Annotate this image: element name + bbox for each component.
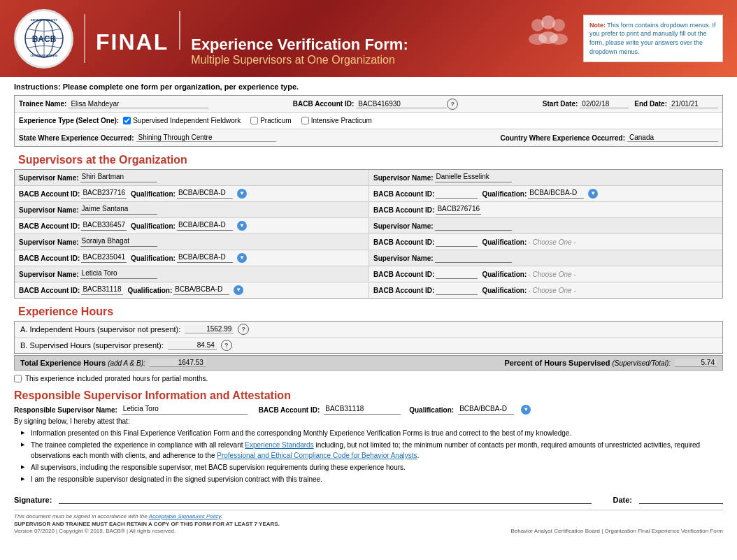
by-signing-text: By signing below, I hereby attest that: [14,417,723,425]
supervisors-header: Supervisors at the Organization [14,151,723,169]
sup-left-2-id-value: BACB336457 [81,221,127,231]
supervised-hours-help[interactable]: ? [221,340,232,351]
sup-left-1-dropdown[interactable]: ▼ [237,189,247,199]
independent-hours-help[interactable]: ? [238,324,249,335]
resp-sup-row: Responsible Supervisor Name: Leticia Tor… [14,405,723,415]
trainee-name-value: Elisa Mahdeyar [69,100,208,108]
signature-line[interactable] [59,490,592,504]
sup-left-3-id-value: BACB235041 [81,253,127,263]
supervised-fieldwork-label: Supervised Independent Fieldwork [133,117,241,124]
sup-left-2-name-value: Jaime Santana [80,205,157,215]
sup-left-3-dropdown[interactable]: ▼ [237,253,247,263]
attestation-header: Responsible Supervisor Information and A… [14,389,723,402]
resp-id-label: BACB Account ID: [259,406,320,414]
resp-qual-dropdown[interactable]: ▼ [521,405,531,415]
exp-type-row: Experience Type (Select One): Supervised… [15,113,722,129]
intensive-practicum-option: Intensive Practicum [301,117,372,124]
sup-row-1-names: Supervisor Name: Shiri Bartman Superviso… [15,170,722,186]
sup-left-4-name: Supervisor Name: Leticia Toro [15,266,368,282]
total-hours-label: Total Experience Hours (add A & B): [20,359,145,367]
supervised-fieldwork-option[interactable]: Supervised Independent Fieldwork [123,117,241,124]
sup-right-3-name-value [435,253,512,263]
total-row: Total Experience Hours (add A & B): 1647… [14,355,723,371]
sup-left-3-qual-value: BCBA/BCBA-D [177,253,233,263]
attestation-bullets: Information presented on this Final Expe… [14,428,723,484]
experience-standards-link[interactable]: Experience Standards [245,441,313,449]
final-label: FINAL [96,29,169,55]
sup-right-3-qual-value: - Choose One - [528,271,575,278]
sup-right-1b: BACB Account ID: BACB276716 [368,202,722,217]
practicum-option: Practicum [250,117,291,124]
resp-qual-label: Qualification: [409,406,454,414]
sup-row-3-names: Supervisor Name: Soraiya Bhagat BACB Acc… [15,234,722,250]
form-subtitle: Multiple Supervisors at One Organization [191,54,408,66]
footer-caps: SUPERVISOR AND TRAINEE MUST EACH RETAIN … [14,521,723,527]
sup-right-4-qual-value: - Choose One - [528,287,575,294]
page-footer: This document must be signed in accordan… [14,510,723,534]
percent-value: 5.74 [675,359,717,367]
page-header: BEHAVIOR ANALYST BACB ® CERTIFICATION BO… [0,0,737,77]
sup-row-1b: Supervisor Name: Jaime Santana BACB Acco… [15,202,722,218]
footer-bottom: Version 07/2020 | Copyright © 2019, BACB… [14,528,723,534]
start-date-value: 02/02/18 [580,100,629,108]
sup-left-3-name: Supervisor Name: Soraiya Bhagat [15,234,368,250]
practicum-checkbox[interactable] [250,117,258,124]
resp-qual-value: BCBA/BCBA-D [458,405,514,415]
sup-right-2-id-value [436,237,478,247]
state-label: State Where Experience Occurred: [19,134,134,142]
sup-row-2-id: BACB Account ID: BACB336457 Qualificatio… [15,218,722,234]
supervised-fieldwork-checkbox[interactable] [123,117,131,124]
sup-right-3-id-value [436,269,478,279]
form-title: Experience Verification Form: [191,36,408,54]
supervised-hours-value: 84.54 [168,341,217,350]
sup-left-4-id-value: BACB31118 [81,285,123,295]
sup-left-1-name-value: Shiri Bartman [80,173,157,182]
main-content: Instructions: Please complete one form p… [0,77,737,541]
supervised-hours-label: B. Supervised Hours (supervisor present)… [20,341,164,350]
hours-section: A. Independent Hours (supervisor not pre… [14,321,723,354]
sup-left-2-qual-value: BCBA/BCBA-D [177,221,233,231]
instructions-text: Instructions: Please complete one form p… [14,82,723,91]
resp-name-label: Responsible Supervisor Name: [14,406,117,414]
bullet-3: All supervisors, including the responsib… [21,462,723,473]
percent-label: Percent of Hours Supervised (Supervised/… [504,359,671,367]
sup-left-4-dropdown[interactable]: ▼ [234,285,243,295]
date-line[interactable] [639,490,723,504]
footer-version: Version 07/2020 | Copyright © 2019, BACB… [14,528,176,534]
compliance-code-link[interactable]: Professional and Ethical Compliance Code… [217,452,417,459]
state-country-row: State Where Experience Occurred: Shining… [15,129,722,146]
exp-type-label: Experience Type (Select One): [19,117,119,124]
supervised-hours-row: B. Supervised Hours (supervisor present)… [15,338,722,353]
partial-months-checkbox[interactable] [14,375,22,382]
sup-left-3-name-value: Soraiya Bhagat [80,237,157,247]
country-label: Country Where Experience Occurred: [501,134,625,142]
note-box: Note: This form contains dropdown menus.… [583,15,723,62]
bacb-id-help[interactable]: ? [447,99,458,110]
svg-point-12 [541,15,555,29]
sup-right-1-qual-value: BCBA/BCBA-D [528,189,584,199]
exp-type-checkboxes: Supervised Independent Fieldwork [123,117,241,124]
experience-hours-header: Experience Hours [14,303,723,321]
independent-hours-row: A. Independent Hours (supervisor not pre… [15,322,722,338]
intensive-practicum-checkbox[interactable] [301,117,309,124]
footer-italic: This document must be signed in accordan… [14,513,723,519]
resp-id-value: BACB31118 [324,405,401,415]
sup-left-2-dropdown[interactable]: ▼ [237,221,247,231]
sup-right-3-id: BACB Account ID: Qualification: - Choose… [368,266,722,282]
sup-row-4-id: BACB Account ID: BACB31118 Qualification… [15,282,722,298]
sup-left-2-id: BACB Account ID: BACB336457 Qualificatio… [15,218,368,234]
state-value: Shining Through Centre [136,134,276,142]
sup-right-1-dropdown[interactable]: ▼ [588,189,598,199]
sup-right-4-id-value [436,285,478,295]
trainee-name-row: Trainee Name: Elisa Mahdeyar BACB Accoun… [15,96,722,113]
end-date-label: End Date: [634,100,667,108]
sup-left-1-id: BACB Account ID: BACB237716 Qualificatio… [15,186,368,201]
acceptable-signatures-link[interactable]: Acceptable Signatures Policy [149,513,221,519]
sup-left-1-qual-value: BCBA/BCBA-D [177,189,233,199]
svg-point-13 [538,31,558,44]
sup-right-2-qual-value: - Choose One - [528,238,575,246]
country-value: Canada [627,134,718,142]
header-left: BEHAVIOR ANALYST BACB ® CERTIFICATION BO… [14,9,408,69]
footer-right: Behavior Analyst Certification Board | O… [510,528,723,534]
bacb-id-label: BACB Account ID: [293,100,354,108]
